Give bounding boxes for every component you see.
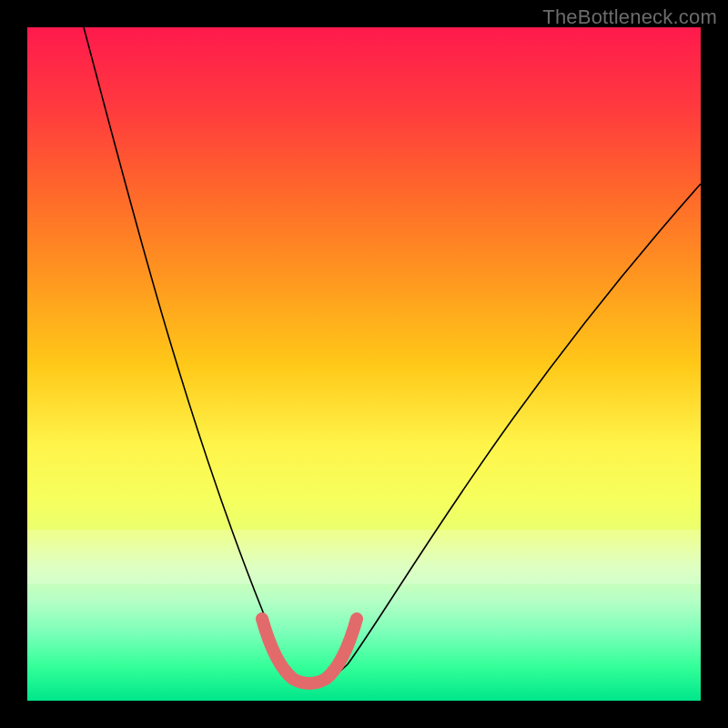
optimal-u-highlight bbox=[262, 619, 357, 683]
chart-frame: TheBottleneck.com bbox=[0, 0, 728, 728]
chart-svg bbox=[27, 27, 701, 701]
plot-area bbox=[27, 27, 701, 701]
watermark-text: TheBottleneck.com bbox=[542, 5, 717, 29]
bottleneck-curve bbox=[84, 27, 701, 684]
highlight-band bbox=[27, 530, 701, 584]
